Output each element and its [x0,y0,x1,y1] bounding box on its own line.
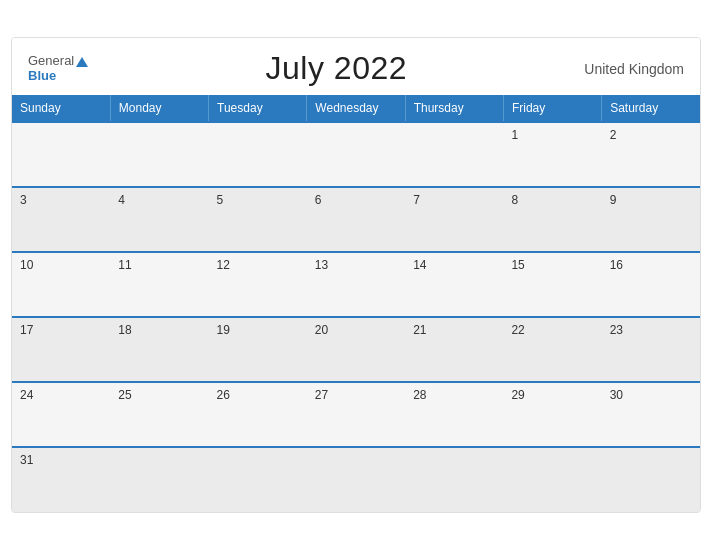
calendar-week-row: 17181920212223 [12,317,700,382]
calendar-cell: 12 [209,252,307,317]
calendar-cell: 10 [12,252,110,317]
logo: General Blue [28,54,88,83]
day-number: 7 [413,193,420,207]
day-number: 12 [217,258,230,272]
day-number: 31 [20,453,33,467]
day-number: 23 [610,323,623,337]
calendar-cell [209,447,307,512]
day-number: 14 [413,258,426,272]
col-thursday: Thursday [405,95,503,122]
logo-blue-text: Blue [28,69,88,83]
calendar-cell: 15 [503,252,601,317]
col-friday: Friday [503,95,601,122]
day-number: 21 [413,323,426,337]
calendar-week-row: 31 [12,447,700,512]
calendar-cell: 21 [405,317,503,382]
calendar-cell: 18 [110,317,208,382]
calendar-week-row: 3456789 [12,187,700,252]
calendar-cell: 25 [110,382,208,447]
calendar-cell: 17 [12,317,110,382]
calendar-cell: 7 [405,187,503,252]
col-saturday: Saturday [602,95,700,122]
day-number: 2 [610,128,617,142]
calendar-region: United Kingdom [584,61,684,77]
logo-general-text: General [28,54,88,68]
day-number: 28 [413,388,426,402]
day-number: 25 [118,388,131,402]
calendar-header-row: Sunday Monday Tuesday Wednesday Thursday… [12,95,700,122]
calendar-cell [503,447,601,512]
day-number: 20 [315,323,328,337]
day-number: 1 [511,128,518,142]
day-number: 6 [315,193,322,207]
calendar-cell: 24 [12,382,110,447]
calendar-cell: 14 [405,252,503,317]
day-number: 4 [118,193,125,207]
calendar-week-row: 10111213141516 [12,252,700,317]
calendar-body: 1234567891011121314151617181920212223242… [12,122,700,512]
calendar-week-row: 24252627282930 [12,382,700,447]
calendar-cell: 3 [12,187,110,252]
calendar-header: General Blue July 2022 United Kingdom [12,38,700,95]
logo-triangle-icon [76,57,88,67]
calendar-cell: 9 [602,187,700,252]
day-number: 11 [118,258,131,272]
calendar-cell: 11 [110,252,208,317]
day-number: 30 [610,388,623,402]
day-number: 22 [511,323,524,337]
calendar-cell: 26 [209,382,307,447]
day-number: 15 [511,258,524,272]
day-number: 18 [118,323,131,337]
calendar-cell: 16 [602,252,700,317]
calendar-cell [405,447,503,512]
day-number: 3 [20,193,27,207]
calendar-cell: 13 [307,252,405,317]
calendar-cell: 5 [209,187,307,252]
calendar-cell: 1 [503,122,601,187]
calendar-cell: 27 [307,382,405,447]
day-number: 26 [217,388,230,402]
calendar-cell [405,122,503,187]
calendar-title: July 2022 [266,50,407,87]
day-number: 9 [610,193,617,207]
calendar-cell: 20 [307,317,405,382]
calendar-cell: 23 [602,317,700,382]
calendar-cell: 22 [503,317,601,382]
calendar-cell: 2 [602,122,700,187]
day-number: 5 [217,193,224,207]
day-number: 19 [217,323,230,337]
col-wednesday: Wednesday [307,95,405,122]
calendar-cell: 31 [12,447,110,512]
calendar-cell: 30 [602,382,700,447]
col-tuesday: Tuesday [209,95,307,122]
day-number: 16 [610,258,623,272]
calendar-week-row: 12 [12,122,700,187]
col-sunday: Sunday [12,95,110,122]
calendar-cell: 28 [405,382,503,447]
col-monday: Monday [110,95,208,122]
day-number: 8 [511,193,518,207]
calendar-cell [12,122,110,187]
calendar-cell: 29 [503,382,601,447]
calendar-cell [110,447,208,512]
calendar-grid: Sunday Monday Tuesday Wednesday Thursday… [12,95,700,512]
day-number: 13 [315,258,328,272]
day-number: 17 [20,323,33,337]
calendar-cell [602,447,700,512]
day-number: 29 [511,388,524,402]
calendar-cell [307,447,405,512]
calendar-cell: 19 [209,317,307,382]
calendar-container: General Blue July 2022 United Kingdom Su… [11,37,701,513]
calendar-cell [110,122,208,187]
day-number: 27 [315,388,328,402]
day-number: 24 [20,388,33,402]
calendar-cell: 4 [110,187,208,252]
calendar-cell: 6 [307,187,405,252]
calendar-cell [209,122,307,187]
calendar-cell: 8 [503,187,601,252]
day-number: 10 [20,258,33,272]
calendar-cell [307,122,405,187]
